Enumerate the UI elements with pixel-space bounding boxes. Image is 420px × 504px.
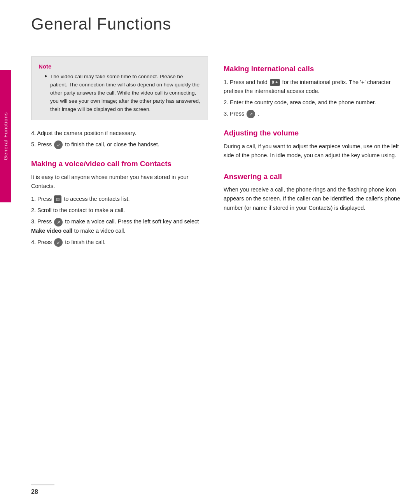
voice-video-heading: Making a voice/video call from Contacts bbox=[31, 159, 208, 169]
sidebar-tab-label: General Functions bbox=[3, 112, 9, 160]
voice-video-steps: 1. Press ▤ to access the contacts list. … bbox=[31, 195, 208, 247]
answering-section: Answering a call When you receive a call… bbox=[224, 164, 401, 216]
international-steps: 1. Press and hold 0 + for the internatio… bbox=[224, 78, 401, 119]
intl-step-1: 1. Press and hold 0 + for the internatio… bbox=[224, 78, 401, 96]
vv-step-3: 3. Press ↗ to make a voice call. Press t… bbox=[31, 217, 208, 235]
end-call-icon-vv: ↙ bbox=[54, 238, 63, 247]
page-divider bbox=[31, 485, 54, 485]
left-column: Note The video call may take some time t… bbox=[31, 56, 208, 481]
post-note-steps: 4. Adjust the camera position if necessa… bbox=[31, 129, 208, 151]
sidebar-tab: General Functions bbox=[0, 70, 11, 202]
international-heading: Making international calls bbox=[224, 64, 401, 74]
note-bullet: The video call may take some time to con… bbox=[45, 73, 201, 114]
vv-step-4: 4. Press ↙ to finish the call. bbox=[31, 238, 208, 247]
volume-body: During a call, if you want to adjust the… bbox=[224, 142, 401, 160]
voice-video-intro: It is easy to call anyone whose number y… bbox=[31, 173, 208, 191]
note-title: Note bbox=[38, 63, 201, 70]
volume-section: Adjusting the volume During a call, if y… bbox=[224, 121, 401, 164]
page-title: General Functions bbox=[31, 15, 171, 33]
call-icon-intl: ↗ bbox=[247, 110, 255, 118]
vv-step-2: 2. Scroll to the contact to make a call. bbox=[31, 206, 208, 215]
note-content: The video call may take some time to con… bbox=[38, 73, 201, 114]
contacts-icon: ▤ bbox=[54, 195, 61, 203]
intl-step-3: 3. Press ↗ . bbox=[224, 109, 401, 118]
right-column: Making international calls 1. Press and … bbox=[224, 56, 401, 481]
zero-plus-icon: 0 + bbox=[270, 79, 280, 86]
intl-step-2: 2. Enter the country code, area code, an… bbox=[224, 98, 401, 107]
call-icon-vv: ↗ bbox=[54, 218, 63, 227]
page-number: 28 bbox=[31, 488, 38, 495]
end-call-icon: ↙ bbox=[54, 140, 63, 149]
answering-heading: Answering a call bbox=[224, 172, 401, 182]
vv-step-1: 1. Press ▤ to access the contacts list. bbox=[31, 195, 208, 204]
note-box: Note The video call may take some time t… bbox=[31, 56, 208, 120]
step-4-camera: 4. Adjust the camera position if necessa… bbox=[31, 129, 208, 138]
voice-video-section: Making a voice/video call from Contacts … bbox=[31, 151, 208, 249]
international-section: Making international calls 1. Press and … bbox=[224, 56, 401, 121]
main-content: Note The video call may take some time t… bbox=[31, 56, 401, 481]
step-5-finish: 5. Press ↙ to finish the call, or close … bbox=[31, 140, 208, 149]
volume-heading: Adjusting the volume bbox=[224, 128, 401, 138]
answering-body: When you receive a call, the phone rings… bbox=[224, 185, 401, 212]
